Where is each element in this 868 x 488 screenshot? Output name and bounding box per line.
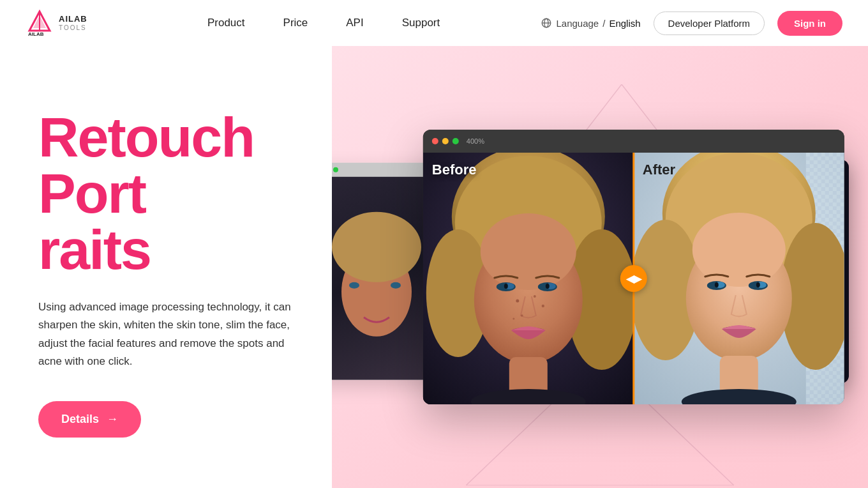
svg-point-53 xyxy=(756,282,760,287)
after-label: After xyxy=(643,162,675,178)
brand-name-top: AILAB xyxy=(59,14,87,24)
svg-text:AILAB: AILAB xyxy=(28,31,44,37)
details-button-label: Details xyxy=(61,413,99,426)
svg-point-13 xyxy=(391,282,401,289)
brand-name-bottom: TOOLS xyxy=(59,24,87,32)
divider-arrows-icon: ◀▶ xyxy=(626,273,641,285)
minimize-btn xyxy=(442,138,449,144)
nav: Product Price API Support xyxy=(207,17,440,29)
main-comparison-frame: 400% xyxy=(423,130,844,404)
before-label: Before xyxy=(432,162,477,178)
developer-platform-button[interactable]: Developer Platform xyxy=(654,11,765,35)
divider-handle[interactable]: ◀▶ xyxy=(620,265,647,292)
main-content: Retouch Port raits Using advanced image … xyxy=(0,46,868,488)
ailab-logo-icon: AILAB TOOLS xyxy=(26,9,54,37)
header-right: Language / English Developer Platform Si… xyxy=(541,11,842,36)
header: AILAB TOOLS AILAB TOOLS Product Price AP… xyxy=(0,0,868,46)
sign-in-button[interactable]: Sign in xyxy=(777,11,842,36)
arrow-right-icon: → xyxy=(107,413,118,426)
left-content: Retouch Port raits Using advanced image … xyxy=(0,46,332,488)
nav-support[interactable]: Support xyxy=(402,17,440,29)
hero-title: Retouch Port raits xyxy=(38,109,332,278)
svg-point-12 xyxy=(349,282,359,289)
svg-point-28 xyxy=(516,300,519,303)
language-separator: / xyxy=(602,18,605,29)
right-content: 400% xyxy=(332,46,868,488)
zoom-badge: 400% xyxy=(467,137,484,145)
nav-product[interactable]: Product xyxy=(207,17,245,29)
svg-point-32 xyxy=(513,318,514,320)
svg-point-11 xyxy=(332,212,421,282)
nav-price[interactable]: Price xyxy=(283,17,308,29)
svg-point-30 xyxy=(521,314,523,317)
svg-point-27 xyxy=(546,284,550,289)
browser-toolbar: 400% xyxy=(423,130,844,153)
svg-point-50 xyxy=(715,282,719,287)
before-side: Before xyxy=(423,153,634,404)
maximize-btn xyxy=(453,138,459,144)
photo-comparison-area: Before xyxy=(423,153,844,404)
svg-point-31 xyxy=(542,305,544,307)
hero-description: Using advanced image processing technolo… xyxy=(38,298,306,370)
logo-area: AILAB TOOLS AILAB TOOLS xyxy=(26,9,87,37)
language-value: English xyxy=(609,18,640,29)
language-selector[interactable]: Language / English xyxy=(541,17,640,29)
after-side: After xyxy=(634,153,844,404)
svg-point-29 xyxy=(534,295,536,298)
close-btn xyxy=(432,138,438,144)
globe-icon xyxy=(541,17,552,29)
details-button[interactable]: Details → xyxy=(38,401,141,438)
svg-point-24 xyxy=(504,284,508,289)
nav-api[interactable]: API xyxy=(346,17,363,29)
language-label: Language xyxy=(556,18,599,29)
